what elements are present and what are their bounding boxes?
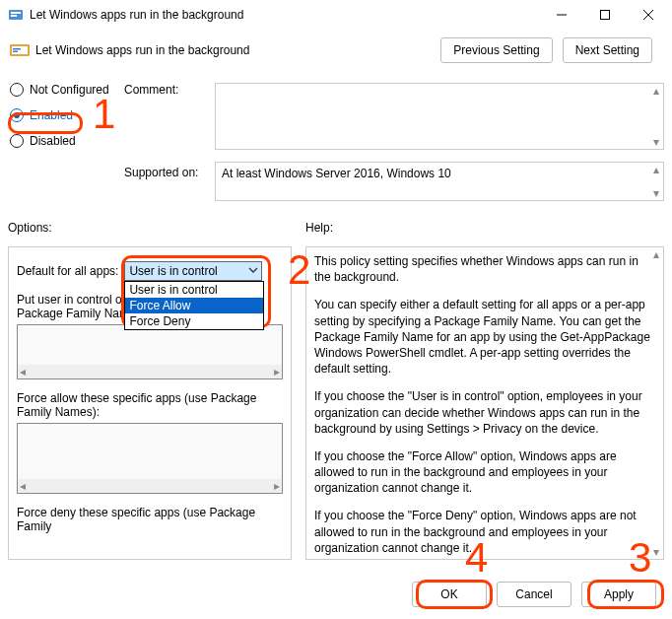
previous-setting-button[interactable]: Previous Setting <box>440 37 552 63</box>
scroll-left-icon[interactable]: ◂ <box>20 479 26 493</box>
radio-label: Not Configured <box>30 83 109 97</box>
help-paragraph: If you choose the "Force Deny" option, W… <box>314 508 655 556</box>
user-control-list-label: Put user in control of <box>17 293 125 307</box>
supported-on-label: Supported on: <box>124 166 198 179</box>
help-section-label: Help: <box>305 221 333 235</box>
supported-on-text: At least Windows Server 2016, Windows 10 <box>222 167 451 180</box>
user-control-list-label: Package Family Nam <box>17 307 129 320</box>
chevron-down-icon <box>247 264 259 279</box>
svg-rect-10 <box>13 51 18 53</box>
next-setting-button[interactable]: Next Setting <box>563 37 652 63</box>
help-paragraph: If you choose the "User is in control" o… <box>314 388 655 437</box>
dropdown-option[interactable]: Force Allow <box>125 298 263 313</box>
svg-rect-1 <box>11 12 21 14</box>
apply-button[interactable]: Apply <box>581 582 656 607</box>
ok-button[interactable]: OK <box>412 582 487 607</box>
window-title: Let Windows apps run in the background <box>30 8 540 22</box>
scroll-up-icon[interactable]: ▴ <box>653 247 659 261</box>
comment-textarea[interactable]: ▴ ▾ <box>215 83 664 150</box>
dropdown-list[interactable]: User is in control Force Allow Force Den… <box>124 281 264 330</box>
radio-label: Enabled <box>30 108 73 122</box>
scroll-up-icon[interactable]: ▴ <box>653 163 659 176</box>
help-paragraph: You can specify either a default setting… <box>314 297 655 377</box>
cancel-button[interactable]: Cancel <box>497 582 571 607</box>
dropdown-option[interactable]: Force Deny <box>125 313 263 329</box>
scroll-down-icon[interactable]: ▾ <box>653 545 659 559</box>
scroll-down-icon[interactable]: ▾ <box>653 135 659 149</box>
svg-rect-2 <box>11 15 17 17</box>
help-paragraph: This policy setting specifies whether Wi… <box>314 253 655 285</box>
policy-icon <box>8 7 24 23</box>
help-paragraph: If you choose the "Force Allow" option, … <box>314 448 655 497</box>
options-panel: Default for all apps: User is in control… <box>8 246 292 560</box>
dialog-button-bar: OK Cancel Apply <box>0 570 672 619</box>
radio-label: Disabled <box>30 134 76 148</box>
force-allow-list-label: Force allow these specific apps (use Pac… <box>17 391 283 419</box>
supported-on-box: At least Windows Server 2016, Windows 10… <box>215 162 664 201</box>
title-bar: Let Windows apps run in the background <box>0 0 672 30</box>
scroll-down-icon[interactable]: ▾ <box>653 186 659 200</box>
scroll-up-icon[interactable]: ▴ <box>653 84 659 98</box>
default-for-all-apps-label: Default for all apps: <box>17 264 118 278</box>
sub-header: Let Windows apps run in the background P… <box>0 30 672 71</box>
scroll-left-icon[interactable]: ◂ <box>20 365 26 378</box>
dropdown-option[interactable]: User is in control <box>125 282 263 298</box>
force-allow-listbox[interactable]: ◂ ▸ <box>17 423 283 494</box>
help-panel: This policy setting specifies whether Wi… <box>305 246 664 560</box>
scroll-right-icon[interactable]: ▸ <box>274 365 280 378</box>
maximize-button[interactable] <box>583 0 627 30</box>
close-button[interactable] <box>627 0 670 30</box>
radio-icon <box>10 108 24 122</box>
options-section-label: Options: <box>8 221 52 235</box>
policy-title: Let Windows apps run in the background <box>35 43 440 57</box>
minimize-button[interactable] <box>540 0 583 30</box>
dropdown-value: User is in control <box>125 262 261 280</box>
radio-icon <box>10 134 24 148</box>
svg-rect-9 <box>13 48 21 50</box>
radio-icon <box>10 83 24 97</box>
user-control-listbox[interactable]: ◂ ▸ <box>17 324 283 379</box>
comment-label: Comment: <box>124 83 209 97</box>
default-for-all-apps-dropdown[interactable]: User is in control User is in control Fo… <box>124 261 262 281</box>
force-deny-list-label: Force deny these specific apps (use Pack… <box>17 506 283 533</box>
scroll-right-icon[interactable]: ▸ <box>274 479 280 493</box>
svg-rect-8 <box>12 46 28 54</box>
policy-icon <box>10 42 30 58</box>
svg-rect-4 <box>601 11 610 20</box>
